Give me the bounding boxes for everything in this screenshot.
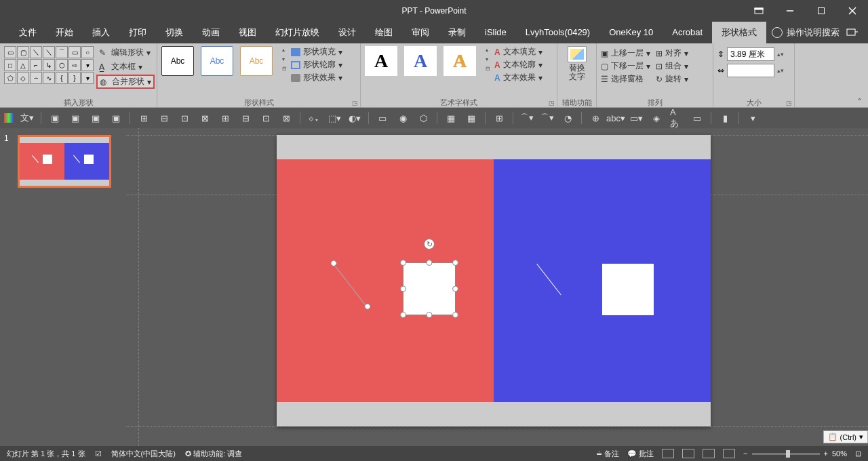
height-input[interactable] bbox=[727, 47, 774, 61]
resize-handle[interactable] bbox=[427, 260, 433, 266]
tb-18[interactable]: ⬡ bbox=[416, 111, 430, 125]
tb-30[interactable]: ▭ bbox=[690, 111, 704, 125]
tb-15[interactable]: ◐▾ bbox=[348, 111, 361, 125]
tab-transitions[interactable]: 切换 bbox=[156, 22, 193, 43]
notes-button[interactable]: ≐ 备注 bbox=[596, 449, 619, 459]
tb-19[interactable]: ▦ bbox=[444, 111, 458, 125]
comments-button[interactable]: 💬 批注 bbox=[627, 449, 654, 459]
slide[interactable] bbox=[277, 135, 711, 426]
tb-13[interactable]: ⟐▾ bbox=[307, 111, 321, 125]
tab-draw[interactable]: 绘图 bbox=[366, 22, 402, 43]
shapes-gallery[interactable]: ▭▢＼＼⌒▭○ □△⌐↳⬡⇨▾ ⬠◇⌢∿{}▾ bbox=[4, 46, 94, 89]
normal-view-button[interactable] bbox=[662, 449, 674, 458]
resize-handle[interactable] bbox=[400, 260, 406, 266]
tb-10[interactable]: ⊟ bbox=[239, 111, 252, 125]
tb-26[interactable]: abc▾ bbox=[609, 111, 623, 125]
sorter-view-button[interactable] bbox=[682, 449, 694, 458]
close-button[interactable] bbox=[837, 0, 868, 22]
resize-handle[interactable] bbox=[452, 260, 458, 266]
spellcheck-icon[interactable]: ☑ bbox=[95, 449, 102, 458]
tab-lvyhtools[interactable]: LvyhTools(0429) bbox=[516, 22, 599, 43]
tb-2[interactable]: ▣ bbox=[68, 111, 82, 125]
tab-print[interactable]: 打印 bbox=[119, 22, 156, 43]
tab-animations[interactable]: 动画 bbox=[193, 22, 229, 43]
width-input[interactable] bbox=[727, 64, 774, 77]
maximize-button[interactable] bbox=[806, 0, 837, 22]
tb-24[interactable]: ◔ bbox=[561, 111, 574, 125]
tb-1[interactable]: ▣ bbox=[48, 111, 62, 125]
wordart-preset-3[interactable]: A bbox=[443, 46, 476, 76]
text-box-button[interactable]: A̲文本框 ▾ bbox=[96, 60, 155, 73]
tab-islide[interactable]: iSlide bbox=[475, 22, 516, 43]
shape-fill-button[interactable]: 形状填充 ▾ bbox=[291, 46, 342, 58]
selected-square[interactable] bbox=[403, 262, 456, 315]
shape-style-gallery[interactable]: Abc Abc Abc ▴▾⊟ bbox=[161, 46, 287, 76]
shape-effects-button[interactable]: 形状效果 ▾ bbox=[291, 72, 342, 83]
tab-record[interactable]: 录制 bbox=[439, 22, 475, 43]
tb-31[interactable]: ▮ bbox=[718, 111, 732, 125]
wordart-preset-2[interactable]: A bbox=[404, 46, 437, 76]
tab-acrobat[interactable]: Acrobat bbox=[663, 22, 712, 43]
zoom-out-button[interactable]: − bbox=[743, 449, 747, 458]
rotate-handle[interactable] bbox=[424, 239, 435, 249]
tab-design[interactable]: 设计 bbox=[329, 22, 366, 43]
resize-handle[interactable] bbox=[427, 312, 433, 318]
tb-7[interactable]: ⊡ bbox=[178, 111, 191, 125]
send-backward-button[interactable]: ▢ 下移一层 ▾ bbox=[601, 60, 650, 72]
zoom-slider[interactable] bbox=[752, 453, 820, 455]
tb-14[interactable]: ⬚▾ bbox=[328, 111, 341, 125]
alt-text-button[interactable]: 替换文字 bbox=[561, 46, 592, 81]
slide-counter[interactable]: 幻灯片 第 1 张，共 1 张 bbox=[7, 449, 85, 459]
text-effects-button[interactable]: A文本效果 ▾ bbox=[494, 72, 542, 83]
tb-28[interactable]: ◈ bbox=[650, 111, 663, 125]
tab-onekey[interactable]: OneKey 10 bbox=[599, 22, 663, 43]
zoom-in-button[interactable]: + bbox=[824, 449, 828, 458]
tb-6[interactable]: ⊟ bbox=[157, 111, 171, 125]
tb-29[interactable]: Aあ bbox=[670, 111, 684, 125]
paste-options-tag[interactable]: 📋 (Ctrl) ▾ bbox=[823, 430, 868, 443]
tb-22[interactable]: ⌒▾ bbox=[520, 111, 534, 125]
tb-5[interactable]: ⊞ bbox=[137, 111, 151, 125]
red-panel[interactable] bbox=[277, 159, 494, 402]
color-icon[interactable] bbox=[4, 113, 14, 123]
style-preset-2[interactable]: Abc bbox=[201, 46, 233, 76]
fit-to-window-button[interactable]: ⊡ bbox=[855, 449, 861, 458]
selection-pane-button[interactable]: ☰ 选择窗格 bbox=[601, 73, 650, 85]
text-outline-button[interactable]: A文本轮廓 ▾ bbox=[494, 59, 542, 71]
tb-27[interactable]: ▭▾ bbox=[629, 111, 643, 125]
rotate-button[interactable]: ↻ 旋转 ▾ bbox=[656, 73, 688, 85]
resize-handle[interactable] bbox=[400, 286, 406, 292]
tb-21[interactable]: ⊞ bbox=[492, 111, 506, 125]
wordart-preset-1[interactable]: A bbox=[365, 46, 397, 76]
tab-insert[interactable]: 插入 bbox=[83, 22, 119, 43]
tab-review[interactable]: 审阅 bbox=[402, 22, 439, 43]
zoom-value[interactable]: 50% bbox=[832, 449, 847, 458]
edit-shape-button[interactable]: ✎编辑形状 ▾ bbox=[96, 46, 155, 59]
reading-view-button[interactable] bbox=[703, 449, 715, 458]
tab-file[interactable]: 文件 bbox=[9, 22, 46, 43]
thumbnail-1[interactable]: 1 bbox=[5, 135, 121, 188]
tb-4[interactable]: ▣ bbox=[109, 111, 123, 125]
tell-me[interactable]: 操作说明搜索 bbox=[772, 26, 840, 39]
minimize-button[interactable] bbox=[774, 0, 806, 22]
tb-20[interactable]: ▦ bbox=[465, 111, 478, 125]
tab-view[interactable]: 视图 bbox=[229, 22, 266, 43]
tab-home[interactable]: 开始 bbox=[46, 22, 83, 43]
bring-forward-button[interactable]: ▣ 上移一层 ▾ bbox=[601, 47, 650, 59]
tb-17[interactable]: ◉ bbox=[396, 111, 410, 125]
dialog-launcher[interactable]: ◳ bbox=[549, 100, 555, 106]
tb-12[interactable]: ⊠ bbox=[279, 111, 293, 125]
style-preset-1[interactable]: Abc bbox=[161, 46, 194, 76]
tab-shape-format[interactable]: 形状格式 bbox=[712, 22, 766, 43]
share-icon[interactable] bbox=[846, 27, 859, 39]
tb-32[interactable]: ▾ bbox=[746, 111, 760, 125]
tab-slideshow[interactable]: 幻灯片放映 bbox=[266, 22, 329, 43]
merge-shapes-button[interactable]: ◍合并形状 ▾ bbox=[96, 75, 155, 89]
group-button[interactable]: ⊡ 组合 ▾ bbox=[656, 60, 688, 72]
tb-3[interactable]: ▣ bbox=[89, 111, 102, 125]
language-indicator[interactable]: 简体中文(中国大陆) bbox=[111, 449, 176, 459]
shape-outline-button[interactable]: 形状轮廓 ▾ bbox=[291, 59, 342, 71]
slideshow-view-button[interactable] bbox=[723, 449, 735, 458]
slide-canvas[interactable]: 📋 (Ctrl) ▾ bbox=[126, 128, 868, 446]
collapse-ribbon-icon[interactable]: ⌃ bbox=[856, 97, 863, 106]
